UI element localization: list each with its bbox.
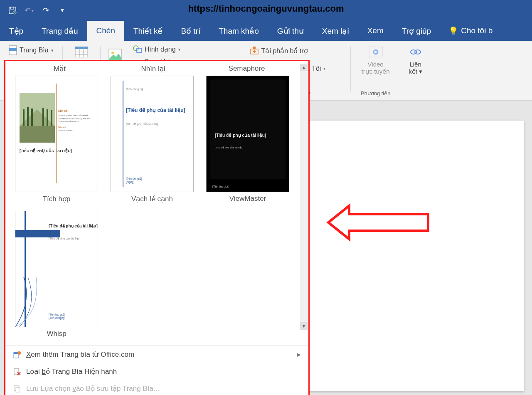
tell-me-label: Cho tôi b: [461, 26, 493, 35]
tab-review[interactable]: Xem lại: [313, 21, 358, 41]
menu-remove-cover[interactable]: Loại bỏ Trang Bìa Hiện hành: [5, 363, 308, 380]
svg-rect-18: [253, 47, 256, 49]
thumb-author: [Tên tác giả]: [49, 313, 65, 316]
gallery-footer-menu: Xem thêm Trang bìa từ Office.com ▶ Loại …: [5, 346, 308, 395]
svg-point-25: [415, 50, 421, 54]
cover-thumb-vachlecanh[interactable]: [Tên công ty] [Tiêu đề phụ của tài liệu]…: [111, 76, 194, 192]
svg-rect-1: [10, 7, 14, 9]
menu-more-label: Xem thêm Trang bìa từ Office.com: [26, 350, 134, 359]
submenu-arrow-icon: ▶: [297, 351, 301, 358]
tab-layout[interactable]: Bố trí: [172, 21, 209, 41]
thumb-subtitle: [Tiêu đề phụ của tài liệu]: [126, 107, 185, 114]
tab-view[interactable]: Xem: [358, 21, 393, 41]
svg-rect-6: [75, 47, 88, 49]
thumb-label: Vạch lề cạnh: [131, 192, 173, 208]
tab-help[interactable]: Trợ giúp: [393, 21, 440, 41]
scroll-down-icon[interactable]: ▼: [300, 322, 308, 330]
menu-save-selection: Lưu Lựa chọn vào Bộ sưu tập Trang Bìa...: [5, 380, 308, 395]
svg-point-12: [111, 52, 114, 54]
menu-save-label: Lưu Lựa chọn vào Bộ sưu tập Trang Bìa...: [26, 384, 159, 393]
thumb-author: [Tên tác giả]: [126, 177, 142, 180]
svg-rect-32: [47, 109, 48, 126]
gallery-scrollbar[interactable]: ▲ ▼: [300, 64, 308, 330]
tab-references[interactable]: Tham khảo: [209, 21, 268, 41]
menu-remove-label: Loại bỏ Trang Bìa Hiện hành: [26, 367, 117, 376]
gallery-header: Nhìn lại: [106, 64, 200, 76]
links-button[interactable]: Liên kết ▾: [401, 43, 430, 77]
svg-rect-4: [9, 48, 17, 51]
tab-home[interactable]: Trang đầu: [32, 21, 87, 41]
tab-insert[interactable]: Chèn: [87, 21, 124, 41]
group-label-media: Phương tiện: [361, 90, 391, 98]
svg-rect-33: [51, 110, 52, 126]
svg-rect-30: [31, 109, 33, 126]
svg-point-36: [17, 351, 21, 355]
thumb-subtitle: [TIÊU ĐỀ PHỤ CỦA TÀI LIỆU]: [20, 149, 72, 153]
links-label-1: Liên: [409, 61, 421, 68]
tab-file[interactable]: Tệp: [0, 21, 32, 41]
svg-rect-39: [16, 388, 20, 392]
ribbon-tabs: Tệp Trang đầu Chèn Thiết kế Bố trí Tham …: [0, 21, 532, 41]
save-gallery-icon: [13, 385, 21, 393]
cover-thumb-tichhop[interactable]: Cần có Lorem ipsum dolor sit amet consec…: [15, 76, 98, 192]
video-label-2: trực tuyến: [362, 68, 390, 75]
thumb-author: [Tên tác giả]: [212, 185, 229, 188]
gallery-header: Mặt: [13, 64, 106, 76]
office-icon: [13, 351, 21, 359]
page-icon: [9, 45, 17, 55]
thumb-label: ViewMaster: [229, 192, 266, 208]
annotation-arrow-icon: [324, 200, 432, 245]
gallery-header-row: Mặt Nhìn lại Semaphore: [13, 64, 307, 76]
tell-me[interactable]: 💡 Cho tôi b: [448, 21, 493, 41]
thumb-subtitle: [Tiêu đề phụ của tài liệu]: [49, 224, 98, 229]
video-icon: [369, 45, 383, 59]
redo-icon[interactable]: ↷: [39, 4, 52, 17]
thumb-subtitle: [Tiêu đề phụ của tài liệu]: [215, 132, 266, 138]
cover-page-label: Trang Bìa: [20, 47, 49, 54]
thumb-label: Tích hợp: [43, 192, 71, 208]
qat-customize-icon[interactable]: ▼: [56, 4, 69, 17]
get-addins-button[interactable]: Tải phần bổ trợ: [246, 45, 311, 57]
shapes-icon: [133, 45, 142, 53]
table-icon: [74, 45, 89, 59]
gallery-header: Semaphore: [200, 64, 293, 76]
chevron-down-icon: ▾: [51, 48, 54, 53]
shapes-label: Hình dạng: [145, 45, 176, 53]
scroll-up-icon[interactable]: ▲: [300, 64, 308, 71]
chevron-down-icon: ▾: [178, 47, 180, 52]
shapes-button[interactable]: Hình dạng ▾: [130, 43, 184, 55]
undo-icon[interactable]: ↶▾: [22, 4, 36, 17]
picture-icon: [108, 47, 122, 62]
store-icon: [250, 47, 259, 55]
get-addins-label: Tải phần bổ trợ: [261, 47, 308, 55]
watermark-url: https://tinhocngoainguvungtau.com: [188, 3, 344, 14]
lightbulb-icon: 💡: [448, 26, 458, 36]
menu-more-from-office[interactable]: Xem thêm Trang bìa từ Office.com ▶: [5, 346, 308, 363]
links-label-2: kết: [409, 68, 417, 75]
online-video-button[interactable]: Video trực tuyến: [358, 43, 393, 77]
chevron-down-icon: ▾: [323, 66, 325, 71]
svg-rect-31: [42, 108, 44, 126]
cover-thumb-whisp[interactable]: [Tiêu đề phụ của tài liệu] [Tiêu đề phụ …: [15, 211, 98, 327]
svg-rect-28: [23, 109, 25, 126]
remove-page-icon: [13, 368, 21, 376]
cover-page-gallery: Mặt Nhìn lại Semaphore: [4, 60, 310, 395]
thumb-label: Whisp: [47, 327, 66, 343]
cover-page-button[interactable]: Trang Bìa ▾: [4, 43, 58, 57]
link-icon: [409, 45, 423, 59]
tab-design[interactable]: Thiết kế: [124, 21, 172, 41]
svg-rect-29: [27, 107, 29, 126]
tab-mailings[interactable]: Gửi thư: [268, 21, 313, 41]
svg-rect-37: [14, 368, 19, 375]
svg-rect-27: [20, 126, 55, 143]
video-label-1: Video: [368, 61, 384, 68]
cover-thumb-viewmaster[interactable]: [Tiêu đề phụ của tài liệu] [Tiêu đề phụ …: [206, 76, 289, 192]
save-icon[interactable]: [6, 4, 19, 17]
